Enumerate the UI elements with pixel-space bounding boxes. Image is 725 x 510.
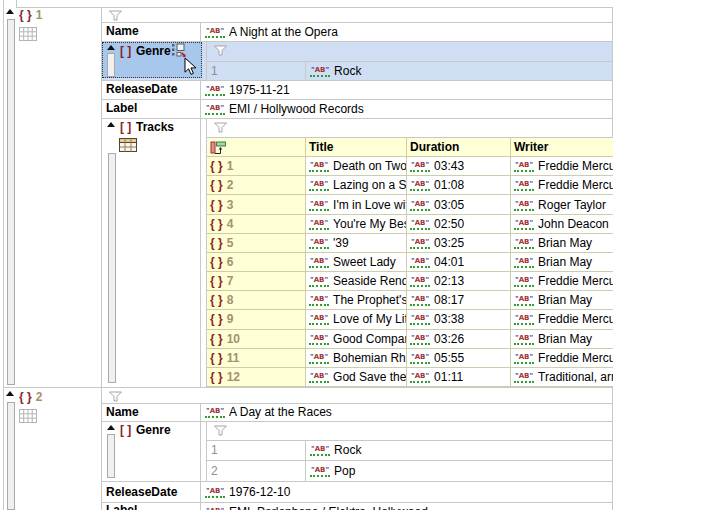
property-label-releasedate[interactable]: ReleaseDate (106, 486, 177, 499)
column-header-writer[interactable]: Writer (511, 138, 613, 157)
track-title-cell[interactable]: God Save the Queen (306, 368, 407, 387)
filter-icon[interactable] (108, 391, 123, 402)
name-value[interactable]: A Night at the Opera (205, 22, 610, 41)
record-2-header[interactable]: { } 2 (19, 389, 89, 404)
track-title-cell[interactable]: The Prophet's Song (306, 291, 407, 310)
property-label-name[interactable]: Name (106, 25, 139, 38)
name-value[interactable]: A Day at the Races (205, 403, 610, 421)
track-duration-cell[interactable]: 03:05 (407, 195, 511, 214)
genre-item-value[interactable]: Rock (310, 440, 610, 460)
track-index-cell[interactable]: { }6 (207, 253, 306, 272)
track-duration-cell[interactable]: 01:08 (407, 176, 511, 195)
track-title-cell[interactable]: '39 (306, 234, 407, 253)
collapse-triangle[interactable] (6, 9, 14, 14)
grid-line (101, 41, 612, 42)
collapse-triangle[interactable] (107, 425, 115, 430)
property-label-tracks[interactable]: Tracks (136, 121, 174, 134)
property-label-releasedate[interactable]: ReleaseDate (106, 83, 177, 96)
tracks-corner-cell[interactable] (207, 138, 306, 157)
filter-icon[interactable] (108, 10, 123, 21)
collapse-bar[interactable] (107, 434, 115, 478)
object-icon: { } (210, 312, 223, 326)
track-duration-cell[interactable]: 03:25 (407, 234, 511, 253)
track-title-cell[interactable]: Bohemian Rhapsody (306, 349, 407, 368)
column-header-title[interactable]: Title (306, 138, 407, 157)
table-view-icon[interactable] (19, 409, 37, 423)
track-writer-cell[interactable]: Brian May (511, 253, 613, 272)
track-writer-cell[interactable]: Freddie Mercury (511, 310, 613, 329)
track-writer-cell[interactable]: Freddie Mercury (511, 157, 613, 176)
filter-icon[interactable] (213, 425, 228, 436)
grid-line (200, 481, 201, 502)
track-title-cell[interactable]: Love of My Life (306, 310, 407, 329)
track-writer-cell[interactable]: John Deacon (511, 215, 613, 234)
label-value[interactable]: EMI, Parlophone / Elektra, Hollywood (205, 502, 610, 510)
track-title-cell[interactable]: Sweet Lady (306, 253, 407, 272)
track-writer-cell[interactable]: Roger Taylor (511, 195, 613, 214)
genre-item-index[interactable]: 1 (206, 440, 310, 460)
collapse-triangle[interactable] (107, 45, 115, 50)
genre-item-index[interactable]: 1 (206, 61, 310, 80)
display-options-icon[interactable] (171, 43, 186, 58)
transpose-icon[interactable] (210, 140, 227, 155)
track-writer-cell[interactable]: Freddie Mercury (511, 272, 613, 291)
property-label-genre[interactable]: Genre (136, 424, 171, 437)
track-duration-cell[interactable]: 05:55 (407, 349, 511, 368)
genre-item-index[interactable]: 2 (206, 460, 310, 481)
track-index-cell[interactable]: { }8 (207, 291, 306, 310)
track-index-cell[interactable]: { }1 (207, 157, 306, 176)
track-writer-cell[interactable]: Freddie Mercury (511, 176, 613, 195)
collapse-bar[interactable] (7, 402, 15, 510)
property-label-label[interactable]: Label (106, 504, 137, 510)
track-duration-cell[interactable]: 03:26 (407, 330, 511, 349)
object-icon: { } (19, 390, 32, 404)
track-duration-cell[interactable]: 04:01 (407, 253, 511, 272)
track-title-cell[interactable]: You're My Best Friend (306, 215, 407, 234)
property-label-label[interactable]: Label (106, 102, 137, 115)
track-index-cell[interactable]: { }3 (207, 195, 306, 214)
property-label-name[interactable]: Name (106, 406, 139, 419)
track-writer-cell[interactable]: Freddie Mercury (511, 349, 613, 368)
track-duration-cell[interactable]: 08:17 (407, 291, 511, 310)
track-title-cell[interactable]: Lazing on a Sunday Afternoon (306, 176, 407, 195)
track-index-cell[interactable]: { }2 (207, 176, 306, 195)
genre-item-value[interactable]: Rock (310, 61, 610, 80)
track-index-cell[interactable]: { }12 (207, 368, 306, 387)
track-index-cell[interactable]: { }7 (207, 272, 306, 291)
collapse-triangle[interactable] (6, 391, 14, 396)
track-duration-cell[interactable]: 02:50 (407, 215, 511, 234)
collapse-triangle[interactable] (107, 122, 115, 127)
track-writer-cell[interactable]: Brian May (511, 234, 613, 253)
filter-icon[interactable] (213, 122, 228, 133)
track-duration-cell[interactable]: 03:38 (407, 310, 511, 329)
record-1-header[interactable]: { } 1 (19, 7, 89, 22)
releasedate-value[interactable]: 1975-11-21 (205, 80, 610, 99)
track-index-cell[interactable]: { }9 (207, 310, 306, 329)
track-index-cell[interactable]: { }11 (207, 349, 306, 368)
track-title-cell[interactable]: Death on Two Legs (Dedicated to...) (306, 157, 407, 176)
track-writer-cell[interactable]: Brian May (511, 330, 613, 349)
track-title-cell[interactable]: I'm in Love with My Car (306, 195, 407, 214)
track-title-cell[interactable]: Good Company (306, 330, 407, 349)
track-writer-cell[interactable]: Brian May (511, 291, 613, 310)
track-title-cell[interactable]: Seaside Rendezvous (306, 272, 407, 291)
releasedate-value[interactable]: 1976-12-10 (205, 481, 610, 502)
collapse-bar[interactable] (7, 19, 15, 385)
collapse-bar[interactable] (108, 153, 116, 383)
track-index-cell[interactable]: { }5 (207, 234, 306, 253)
table-view-icon[interactable] (19, 27, 37, 41)
label-value[interactable]: EMI / Hollywood Records (205, 99, 610, 118)
track-writer-cell[interactable]: Traditional, arr. Brian May (511, 368, 613, 387)
track-index-cell[interactable]: { }4 (207, 215, 306, 234)
track-duration-cell[interactable]: 02:13 (407, 272, 511, 291)
track-duration-cell[interactable]: 01:11 (407, 368, 511, 387)
track-index-cell[interactable]: { }10 (207, 330, 306, 349)
property-label-genre[interactable]: Genre (136, 45, 171, 58)
string-type-icon (410, 295, 430, 306)
filter-icon[interactable] (213, 45, 228, 56)
table-display-icon[interactable] (119, 138, 137, 152)
track-duration-cell[interactable]: 03:43 (407, 157, 511, 176)
genre-item-value[interactable]: Pop (310, 460, 610, 481)
column-header-duration[interactable]: Duration (407, 138, 511, 157)
collapse-bar[interactable] (107, 53, 115, 77)
